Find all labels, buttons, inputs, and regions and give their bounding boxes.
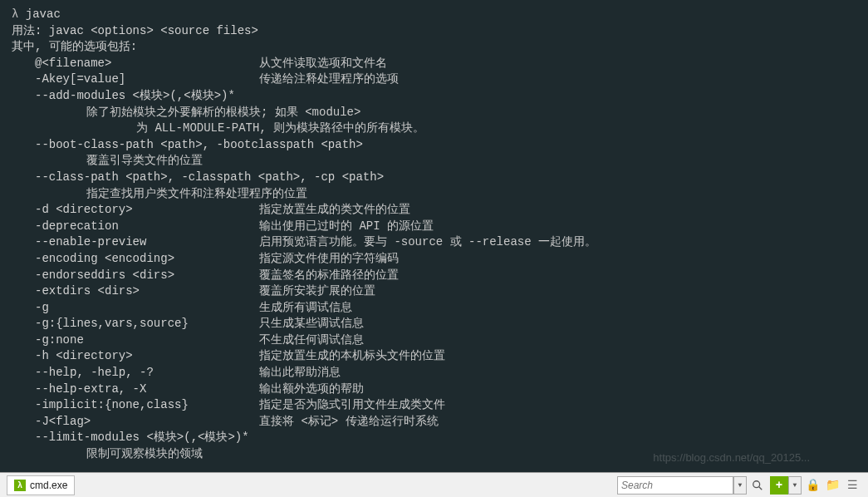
option-desc: 不生成任何调试信息 <box>259 332 364 349</box>
option-line: -g:none不生成任何调试信息 <box>12 332 856 349</box>
option-flag: -g:{lines,vars,source} <box>35 316 259 332</box>
tab-label: cmd.exe <box>30 480 67 491</box>
option-flag: --class-path <path>, -classpath <path>, … <box>35 170 384 186</box>
option-flag: --limit-modules <模块>(,<模块>)* <box>35 430 249 446</box>
option-desc: 只生成某些调试信息 <box>259 316 364 332</box>
option-line: -J<flag>直接将 <标记> 传递给运行时系统 <box>12 414 856 431</box>
new-tab-button[interactable]: + <box>770 476 788 495</box>
option-desc: 指定放置生成的类文件的位置 <box>259 202 410 219</box>
option-line: 指定查找用户类文件和注释处理程序的位置 <box>12 186 856 203</box>
option-flag: -J<flag> <box>35 414 259 431</box>
command-text: javac <box>26 7 61 23</box>
option-line: -d <directory>指定放置生成的类文件的位置 <box>12 202 856 219</box>
option-desc: 输出额外选项的帮助 <box>259 381 364 398</box>
option-flag: -endorseddirs <dirs> <box>35 268 259 284</box>
option-desc: 指定查找用户类文件和注释处理程序的位置 <box>86 186 307 203</box>
option-desc: 覆盖签名的标准路径的位置 <box>259 268 399 284</box>
search-input[interactable] <box>617 476 733 495</box>
option-line: --add-modules <模块>(,<模块>)* <box>12 88 856 105</box>
option-line: -Akey[=value]传递给注释处理程序的选项 <box>12 71 856 88</box>
option-flag: -Akey[=value] <box>35 71 259 88</box>
option-desc: 指定放置生成的本机标头文件的位置 <box>259 348 445 365</box>
folder-icon[interactable]: 📁 <box>823 476 841 495</box>
option-line: -h <directory>指定放置生成的本机标头文件的位置 <box>12 348 856 365</box>
option-desc: 生成所有调试信息 <box>259 300 352 317</box>
option-flag: --enable-preview <box>35 234 259 251</box>
option-flag: -g:none <box>35 332 259 349</box>
lock-icon[interactable]: 🔒 <box>803 476 821 495</box>
option-line: 为 ALL-MODULE-PATH, 则为模块路径中的所有模块。 <box>12 121 856 137</box>
option-line: --enable-preview启用预览语言功能。要与 -source 或 --… <box>12 234 856 251</box>
terminal-tab[interactable]: λ cmd.exe <box>7 475 75 495</box>
option-line: -implicit:{none,class}指定是否为隐式引用文件生成类文件 <box>12 397 856 414</box>
option-line: -g:{lines,vars,source}只生成某些调试信息 <box>12 316 856 332</box>
option-desc: 覆盖引导类文件的位置 <box>86 153 203 170</box>
option-line: 覆盖引导类文件的位置 <box>12 153 856 170</box>
watermark-text: https://blog.csdn.net/qq_20125... <box>653 451 810 464</box>
option-flag: --add-modules <模块>(,<模块>)* <box>35 88 235 105</box>
option-desc: 为 ALL-MODULE-PATH, 则为模块路径中的所有模块。 <box>136 121 424 137</box>
option-desc: 覆盖所安装扩展的位置 <box>259 283 375 300</box>
option-line: --help-extra, -X输出额外选项的帮助 <box>12 381 856 398</box>
option-desc: 除了初始模块之外要解析的根模块; 如果 <module> <box>86 105 360 121</box>
header-line: 其中, 可能的选项包括: <box>12 39 856 56</box>
lambda-icon: λ <box>14 480 26 491</box>
option-line: --boot-class-path <path>, -bootclasspath… <box>12 137 856 154</box>
options-list: @<filename>从文件读取选项和文件名-Akey[=value]传递给注释… <box>12 56 856 463</box>
option-desc: 从文件读取选项和文件名 <box>259 56 387 72</box>
option-desc: 输出此帮助消息 <box>259 365 341 381</box>
taskbar: λ cmd.exe ▼ + ▼ 🔒 📁 ☰ <box>0 472 868 497</box>
search-icon[interactable] <box>748 476 767 495</box>
option-line: -deprecation输出使用已过时的 API 的源位置 <box>12 219 856 235</box>
option-flag: --help-extra, -X <box>35 381 259 398</box>
option-desc: 启用预览语言功能。要与 -source 或 --release 一起使用。 <box>259 234 596 251</box>
option-line: -extdirs <dirs>覆盖所安装扩展的位置 <box>12 283 856 300</box>
option-line: --help, -help, -?输出此帮助消息 <box>12 365 856 381</box>
option-desc: 限制可观察模块的领域 <box>86 446 203 463</box>
svg-point-0 <box>753 480 760 487</box>
option-flag: -h <directory> <box>35 348 259 365</box>
option-desc: 直接将 <标记> 传递给运行时系统 <box>259 414 439 431</box>
option-line: --limit-modules <模块>(,<模块>)* <box>12 430 856 446</box>
option-flag: -d <directory> <box>35 202 259 219</box>
svg-line-1 <box>759 486 763 490</box>
new-tab-dropdown[interactable]: ▼ <box>788 476 802 495</box>
option-line: 除了初始模块之外要解析的根模块; 如果 <module> <box>12 105 856 121</box>
option-flag: -g <box>35 300 259 317</box>
option-flag: @<filename> <box>35 56 259 72</box>
option-flag: -implicit:{none,class} <box>35 397 259 414</box>
option-desc: 传递给注释处理程序的选项 <box>259 71 399 88</box>
option-desc: 指定源文件使用的字符编码 <box>259 251 399 268</box>
menu-icon[interactable]: ☰ <box>843 476 861 495</box>
option-line: @<filename>从文件读取选项和文件名 <box>12 56 856 72</box>
option-flag: --help, -help, -? <box>35 365 259 381</box>
option-flag: -extdirs <dirs> <box>35 283 259 300</box>
option-flag: -deprecation <box>35 219 259 235</box>
option-line: -g生成所有调试信息 <box>12 300 856 317</box>
terminal-output: λ javac 用法: javac <options> <source file… <box>0 0 868 472</box>
search-dropdown[interactable]: ▼ <box>733 476 747 495</box>
prompt-symbol: λ <box>12 7 26 23</box>
option-desc: 指定是否为隐式引用文件生成类文件 <box>259 397 445 414</box>
usage-line: 用法: javac <options> <source files> <box>12 23 856 40</box>
option-desc: 输出使用已过时的 API 的源位置 <box>259 219 434 235</box>
option-flag: -encoding <encoding> <box>35 251 259 268</box>
option-flag: --boot-class-path <path>, -bootclasspath… <box>35 137 363 154</box>
option-line: --class-path <path>, -classpath <path>, … <box>12 170 856 186</box>
option-line: -encoding <encoding>指定源文件使用的字符编码 <box>12 251 856 268</box>
option-line: -endorseddirs <dirs>覆盖签名的标准路径的位置 <box>12 268 856 284</box>
prompt-line: λ javac <box>12 7 856 23</box>
